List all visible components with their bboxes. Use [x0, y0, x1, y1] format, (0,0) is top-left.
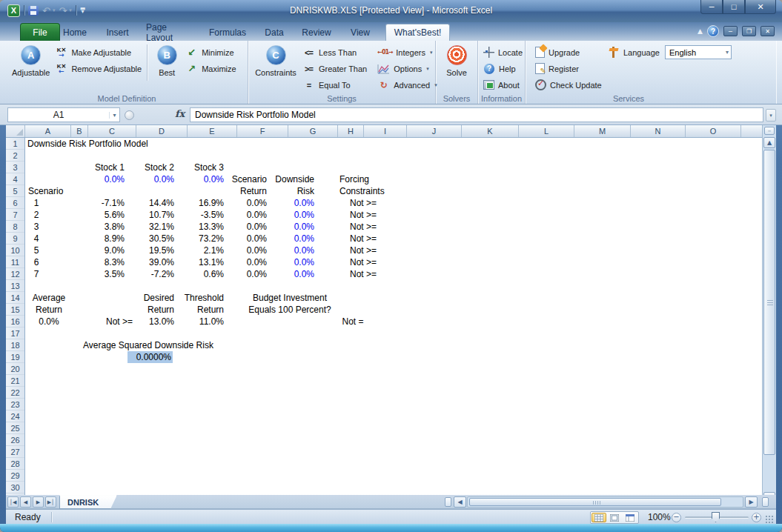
locate-button[interactable]: Locate — [481, 46, 525, 59]
close-workbook-button[interactable]: ✕ — [761, 26, 775, 36]
cell-g4[interactable]: Downside — [265, 173, 314, 185]
advanced-button[interactable]: ↻ Advanced ▾ — [375, 79, 439, 91]
horizontal-scroll-thumb[interactable] — [469, 498, 721, 506]
row-header[interactable]: 23 — [6, 399, 24, 410]
column-header-n[interactable]: N — [631, 125, 686, 137]
column-header-d[interactable]: D — [136, 125, 188, 137]
cell-i8[interactable]: Not >= — [326, 221, 400, 233]
row-header[interactable]: 1 — [6, 138, 24, 150]
vertical-scroll-thumb[interactable] — [763, 150, 775, 455]
cell-e7[interactable]: -3.5% — [176, 209, 224, 221]
cell-g5[interactable]: Risk — [265, 185, 314, 197]
about-button[interactable]: About — [481, 79, 525, 91]
cell-d16[interactable]: 13.0% — [128, 316, 174, 327]
row-header[interactable]: 27 — [6, 446, 24, 458]
cell-g8[interactable]: 0.0% — [265, 221, 314, 233]
column-header-k[interactable]: K — [462, 125, 519, 137]
column-header-l[interactable]: L — [519, 125, 574, 137]
tab-insert[interactable]: Insert — [96, 24, 139, 41]
row-header[interactable]: 5 — [6, 185, 24, 197]
cell-e14[interactable]: Threshold — [176, 292, 224, 304]
cell-e8[interactable]: 13.3% — [176, 221, 224, 233]
row-header[interactable]: 10 — [6, 245, 24, 256]
cell-i9[interactable]: Not >= — [326, 233, 400, 245]
tab-formulas[interactable]: Formulas — [199, 24, 256, 41]
row-header[interactable]: 17 — [6, 327, 24, 339]
row-header[interactable]: 12 — [6, 268, 24, 280]
cell-i11[interactable]: Not >= — [326, 256, 400, 268]
sheet-grid[interactable]: Downside Risk Portfolio Model Stock 1 St… — [25, 138, 762, 495]
cell-a12[interactable]: 7 — [25, 268, 59, 280]
cell-a10[interactable]: 5 — [25, 245, 59, 256]
register-button[interactable]: Register — [533, 62, 604, 75]
cell-a11[interactable]: 6 — [25, 256, 59, 268]
cell-e11[interactable]: 13.1% — [176, 256, 224, 268]
upgrade-button[interactable]: Upgrade — [533, 46, 604, 59]
cell-e3[interactable]: Stock 3 — [176, 162, 224, 173]
cell-a14[interactable]: Average — [25, 292, 79, 304]
maximize-window-button[interactable]: □ — [723, 0, 745, 14]
collapse-ribbon-icon[interactable]: ▲ — [697, 27, 703, 35]
cell-f7[interactable]: 0.0% — [221, 209, 267, 221]
select-all-corner[interactable] — [6, 125, 25, 137]
vertical-scrollbar[interactable]: ─ ▲ ▼ — [762, 125, 776, 505]
column-header-i[interactable]: I — [364, 125, 407, 137]
greater-than-button[interactable]: >= Greater Than — [300, 62, 369, 75]
cell-e16[interactable]: 11.0% — [176, 316, 224, 327]
row-header[interactable]: 13 — [6, 280, 24, 292]
cell-c3[interactable]: Stock 1 — [85, 162, 125, 173]
row-header[interactable]: 3 — [6, 162, 24, 173]
cell-a1[interactable]: Downside Risk Portfolio Model — [27, 138, 148, 150]
cell-e12[interactable]: 0.6% — [176, 268, 224, 280]
cell-f9[interactable]: 0.0% — [221, 233, 267, 245]
first-sheet-icon[interactable]: │◀ — [7, 496, 19, 508]
cell-e15[interactable]: Return — [176, 304, 224, 316]
cell-i12[interactable]: Not >= — [326, 268, 400, 280]
cell-e4[interactable]: 0.0% — [176, 173, 224, 185]
cell-h16[interactable]: Not = — [316, 316, 390, 327]
row-header[interactable]: 16 — [6, 316, 24, 327]
column-header-m[interactable]: M — [574, 125, 631, 137]
zoom-slider-thumb[interactable] — [712, 512, 720, 522]
page-break-preview-button[interactable] — [623, 513, 637, 522]
scroll-up-icon[interactable]: ▲ — [763, 137, 775, 148]
cell-a16[interactable]: 0.0% — [25, 316, 79, 327]
cell-c7[interactable]: 5.6% — [85, 209, 125, 221]
cell-g12[interactable]: 0.0% — [265, 268, 314, 280]
column-header-b[interactable]: B — [71, 125, 88, 137]
cell-d12[interactable]: -7.2% — [128, 268, 174, 280]
normal-view-button[interactable] — [592, 513, 606, 522]
formula-input[interactable]: Downside Risk Portfolio Model — [190, 107, 763, 122]
cell-e10[interactable]: 2.1% — [176, 245, 224, 256]
equal-to-button[interactable]: = Equal To — [300, 79, 369, 91]
name-box[interactable]: A1 ▾ — [7, 107, 120, 122]
check-update-button[interactable]: Check Update — [533, 79, 604, 91]
row-header[interactable]: 25 — [6, 422, 24, 434]
row-header[interactable]: 8 — [6, 221, 24, 233]
cell-d8[interactable]: 32.1% — [128, 221, 174, 233]
row-header[interactable]: 26 — [6, 434, 24, 446]
cell-a5[interactable]: Scenario — [28, 185, 63, 197]
tab-whatsbest[interactable]: What'sBest! — [385, 24, 450, 41]
row-header[interactable]: 29 — [6, 470, 24, 482]
minimize-button[interactable]: ↙ Minimize — [183, 46, 238, 59]
tab-review[interactable]: Review — [293, 24, 340, 41]
resize-grip[interactable] — [766, 516, 773, 523]
language-select[interactable]: English ▾ — [665, 45, 732, 59]
cell-c12[interactable]: 3.5% — [85, 268, 125, 280]
row-header[interactable]: 2 — [6, 150, 24, 162]
row-header[interactable]: 4 — [6, 173, 24, 185]
cell-f10[interactable]: 0.0% — [221, 245, 267, 256]
row-header[interactable]: 14 — [6, 292, 24, 304]
row-header[interactable]: 19 — [6, 351, 24, 363]
integers-button[interactable]: ←01→ Integers ▾ — [375, 46, 439, 59]
horizontal-split-handle[interactable] — [445, 497, 451, 507]
scroll-left-icon[interactable]: ◀ — [454, 496, 466, 508]
column-header-partial[interactable] — [741, 125, 762, 137]
cell-c4[interactable]: 0.0% — [85, 173, 125, 185]
make-adjustable-button[interactable]: K✕→ Make Adjustable — [53, 46, 144, 59]
cell-d15[interactable]: Return — [128, 304, 174, 316]
row-header[interactable]: 30 — [6, 482, 24, 493]
cell-d14[interactable]: Desired — [128, 292, 174, 304]
column-header-o[interactable]: O — [686, 125, 741, 137]
